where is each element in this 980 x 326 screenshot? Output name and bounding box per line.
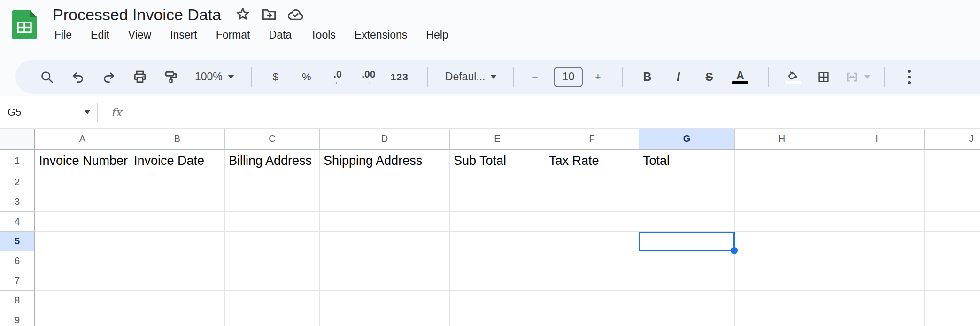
column-header-E[interactable]: E [450, 129, 545, 150]
cell-C4[interactable] [225, 212, 320, 232]
select-all-corner[interactable] [0, 129, 35, 150]
search-icon[interactable] [33, 64, 61, 90]
cell-J6[interactable] [925, 251, 980, 271]
cell-J1[interactable] [925, 150, 980, 172]
print-icon[interactable] [126, 64, 154, 90]
cell-C8[interactable] [225, 291, 320, 310]
cell-D2[interactable] [320, 172, 450, 192]
font-size-input[interactable]: 10 [554, 67, 583, 87]
fill-handle[interactable] [731, 247, 738, 254]
row-header-9[interactable]: 9 [0, 310, 35, 326]
column-header-D[interactable]: D [320, 129, 450, 150]
cell-C6[interactable] [225, 251, 320, 271]
row-header-8[interactable]: 8 [0, 291, 35, 310]
cell-G7[interactable] [639, 271, 735, 291]
cell-F6[interactable] [545, 251, 639, 271]
format-currency-button[interactable]: $ [262, 64, 289, 90]
column-header-B[interactable]: B [130, 129, 225, 150]
cell-F9[interactable] [545, 310, 639, 326]
row-header-1[interactable]: 1 [0, 150, 35, 172]
cell-H9[interactable] [735, 310, 829, 326]
cell-B5[interactable] [130, 232, 225, 251]
cell-E2[interactable] [450, 172, 545, 192]
cell-C7[interactable] [225, 271, 320, 291]
cell-A7[interactable] [35, 271, 130, 291]
column-header-C[interactable]: C [225, 129, 320, 150]
cell-I4[interactable] [829, 212, 925, 232]
cell-F2[interactable] [545, 172, 639, 192]
cell-E9[interactable] [450, 310, 545, 326]
column-header-H[interactable]: H [735, 129, 829, 150]
cell-B8[interactable] [130, 291, 225, 310]
cell-D5[interactable] [320, 232, 450, 251]
cell-A1[interactable]: Invoice Number [35, 150, 130, 172]
cell-G5[interactable] [639, 232, 735, 251]
cell-F5[interactable] [545, 232, 639, 251]
cell-B3[interactable] [130, 192, 225, 212]
cell-I8[interactable] [829, 291, 925, 310]
cell-J3[interactable] [925, 192, 980, 212]
cell-A4[interactable] [35, 212, 130, 232]
cell-D1[interactable]: Shipping Address [320, 150, 450, 172]
strikethrough-button[interactable]: S [695, 64, 723, 90]
cell-G2[interactable] [639, 172, 735, 192]
cell-H4[interactable] [735, 212, 829, 232]
cell-J9[interactable] [925, 310, 980, 326]
cell-C5[interactable] [225, 232, 320, 251]
menu-format[interactable]: Format [207, 27, 260, 43]
row-header-6[interactable]: 6 [0, 251, 35, 271]
move-to-folder-icon[interactable] [260, 5, 278, 24]
menu-view[interactable]: View [119, 27, 161, 43]
row-header-5[interactable]: 5 [0, 232, 35, 251]
cell-E5[interactable] [450, 232, 545, 251]
fill-color-button[interactable] [779, 64, 806, 90]
menu-data[interactable]: Data [260, 27, 301, 43]
borders-button[interactable] [810, 64, 837, 90]
cell-C2[interactable] [225, 172, 320, 192]
cell-A6[interactable] [35, 251, 130, 271]
cell-E3[interactable] [450, 192, 545, 212]
cell-I1[interactable] [829, 150, 925, 172]
cell-J4[interactable] [925, 212, 980, 232]
cell-F4[interactable] [545, 212, 639, 232]
italic-button[interactable]: I [664, 64, 692, 90]
column-header-A[interactable]: A [35, 129, 130, 150]
increase-decimal-button[interactable]: .00→ [355, 64, 382, 90]
cell-A3[interactable] [35, 192, 130, 212]
cell-H7[interactable] [735, 271, 829, 291]
cell-D9[interactable] [320, 310, 450, 326]
cell-I2[interactable] [829, 172, 925, 192]
menu-help[interactable]: Help [417, 27, 457, 43]
decrease-decimal-button[interactable]: .0← [324, 64, 351, 90]
cell-A2[interactable] [35, 172, 130, 192]
column-header-G[interactable]: G [639, 129, 735, 150]
cell-A8[interactable] [35, 291, 130, 310]
cell-H3[interactable] [735, 192, 829, 212]
cell-G8[interactable] [639, 291, 735, 310]
menu-extensions[interactable]: Extensions [345, 27, 417, 43]
cell-F1[interactable]: Tax Rate [545, 150, 639, 172]
increase-font-size-button[interactable]: + [587, 64, 608, 90]
cell-B7[interactable] [130, 271, 225, 291]
more-options-icon[interactable] [895, 64, 923, 90]
cell-G6[interactable] [639, 251, 735, 271]
cell-F8[interactable] [545, 291, 639, 310]
name-box[interactable]: G5 [0, 96, 97, 128]
column-header-I[interactable]: I [829, 129, 925, 150]
cell-D3[interactable] [320, 192, 450, 212]
merge-cells-control[interactable] [841, 64, 874, 90]
cell-D8[interactable] [320, 291, 450, 310]
cell-E1[interactable]: Sub Total [450, 150, 545, 172]
cell-B6[interactable] [130, 251, 225, 271]
text-color-button[interactable]: A [726, 64, 754, 90]
cell-I7[interactable] [829, 271, 925, 291]
cell-B4[interactable] [130, 212, 225, 232]
cell-G9[interactable] [639, 310, 735, 326]
row-header-4[interactable]: 4 [0, 212, 35, 232]
decrease-font-size-button[interactable]: − [525, 64, 545, 90]
cell-I5[interactable] [829, 232, 925, 251]
cell-B9[interactable] [130, 310, 225, 326]
cell-D6[interactable] [320, 251, 450, 271]
bold-button[interactable]: B [633, 64, 661, 90]
menu-tools[interactable]: Tools [301, 27, 345, 43]
